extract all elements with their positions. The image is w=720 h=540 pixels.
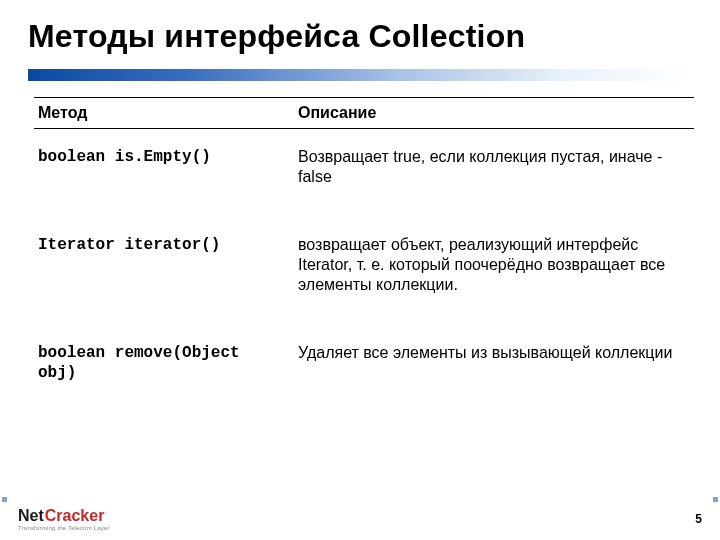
header-description: Описание [294,98,694,129]
table-header-row: Метод Описание [34,98,694,129]
method-cell: boolean is.Empty() [34,129,294,218]
description-cell: возвращает объект, реализующий интерфейс… [294,217,694,325]
decorative-dot [2,497,7,502]
title-divider [28,69,692,81]
slide: Методы интерфейса Collection Метод Описа… [0,0,720,540]
method-cell: Iterator iterator() [34,217,294,325]
logo-tagline: Transforming the Telecom Layer [18,525,110,531]
header-method: Метод [34,98,294,129]
slide-title: Методы интерфейса Collection [28,18,692,55]
logo-text-cracker: Cracker [45,508,105,524]
decorative-dot [713,497,718,502]
table-row: Iterator iterator() возвращает объект, р… [34,217,694,325]
table-row: boolean remove(Object obj) Удаляет все э… [34,325,694,413]
methods-table: Метод Описание boolean is.Empty() Возвра… [34,97,694,413]
logo: Net Cracker Transforming the Telecom Lay… [18,508,110,531]
method-cell: boolean remove(Object obj) [34,325,294,413]
page-number: 5 [695,512,702,526]
description-cell: Возвращает true, если коллекция пустая, … [294,129,694,218]
description-cell: Удаляет все элементы из вызывающей колле… [294,325,694,413]
footer: Net Cracker Transforming the Telecom Lay… [0,504,720,540]
table-row: boolean is.Empty() Возвращает true, если… [34,129,694,218]
logo-text-net: Net [18,508,44,524]
